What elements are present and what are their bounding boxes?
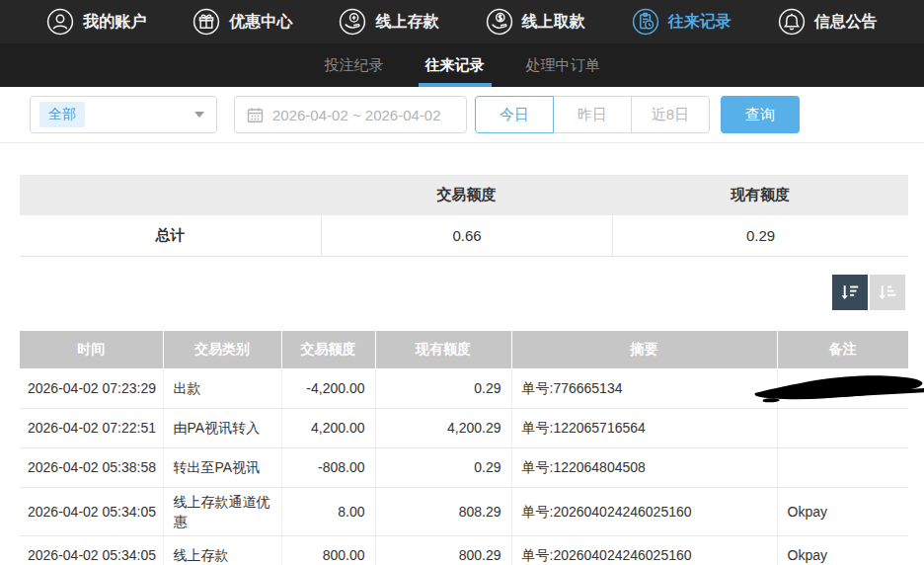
cell-time: 2026-04-02 07:23:29 <box>20 368 163 408</box>
summary-table: 交易额度 现有额度 总计 0.66 0.29 <box>20 175 908 257</box>
cell-balance: 0.29 <box>375 447 511 487</box>
cell-summary: 单号:776665134 <box>511 368 777 408</box>
cell-type: 转出至PA视讯 <box>163 447 281 487</box>
date-range-input[interactable]: 2026-04-02 ~ 2026-04-02 <box>234 96 467 133</box>
cell-amount: 4,200.00 <box>281 408 375 447</box>
calendar-icon <box>247 107 264 123</box>
cell-balance: 800.29 <box>375 536 511 565</box>
cell-summary: 单号:122064804508 <box>511 447 777 487</box>
column-header-type: 交易类别 <box>163 331 281 368</box>
column-header-amount: 交易额度 <box>281 331 375 368</box>
table-row: 2026-04-02 07:22:51由PA视讯转入4,200.004,200.… <box>20 408 908 447</box>
cell-time: 2026-04-02 05:38:58 <box>20 447 163 487</box>
nav-item-online-withdrawal[interactable]: 线上取款 <box>486 8 585 36</box>
table-row: 2026-04-02 05:34:05线上存款800.00800.29单号:20… <box>20 536 908 565</box>
type-filter-select[interactable]: 全部 <box>30 96 217 133</box>
nav-item-transaction-records[interactable]: 往来记录 <box>632 8 732 36</box>
sort-ascending-button[interactable] <box>870 275 905 310</box>
user-icon <box>46 8 74 36</box>
nav-item-online-deposit[interactable]: 线上存款 <box>339 8 438 36</box>
cell-amount: 8.00 <box>281 487 375 536</box>
cell-time: 2026-04-02 05:34:05 <box>20 536 163 565</box>
cell-remark: Okpay <box>777 487 908 536</box>
cell-amount: 800.00 <box>281 536 375 565</box>
table-header-row: 时间交易类别交易额度现有额度摘要备注 <box>20 331 908 368</box>
cell-summary: 单号:122065716564 <box>511 408 777 447</box>
summary-total-label: 总计 <box>20 215 321 256</box>
withdraw-icon <box>486 8 513 36</box>
cell-amount: -808.00 <box>281 447 375 487</box>
quick-button-yesterday[interactable]: 昨日 <box>553 96 632 133</box>
cell-time: 2026-04-02 07:22:51 <box>20 408 163 447</box>
column-header-remark: 备注 <box>777 331 908 368</box>
table-row: 2026-04-02 05:38:58转出至PA视讯-808.000.29单号:… <box>20 447 908 487</box>
nav-item-promo-center[interactable]: 优惠中心 <box>192 8 292 36</box>
table-row: 2026-04-02 05:34:05线上存款通道优惠8.00808.29单号:… <box>20 487 908 536</box>
query-button[interactable]: 查询 <box>721 96 800 133</box>
summary-header-current-balance: 现有额度 <box>612 186 908 204</box>
bell-icon <box>778 8 806 36</box>
nav-item-my-account[interactable]: 我的账户 <box>46 8 146 36</box>
nav-item-label: 线上存款 <box>375 12 438 33</box>
summary-header-row: 交易额度 现有额度 <box>20 175 908 215</box>
cell-summary: 单号:202604024246025160 <box>511 536 777 565</box>
chevron-down-icon <box>194 112 204 118</box>
sort-desc-icon <box>839 282 861 303</box>
deposit-icon <box>339 8 366 36</box>
column-header-balance: 现有额度 <box>375 331 511 368</box>
tab-transaction-records[interactable]: 往来记录 <box>424 43 487 87</box>
cell-balance: 808.29 <box>375 487 511 536</box>
cell-summary: 单号:202604024246025160 <box>511 487 777 536</box>
cell-amount: -4,200.00 <box>281 368 375 408</box>
gift-icon <box>192 8 220 36</box>
cell-type: 由PA视讯转入 <box>163 408 281 447</box>
nav-item-label: 优惠中心 <box>229 12 292 33</box>
quick-button-today[interactable]: 今日 <box>475 96 554 133</box>
records-icon <box>632 8 659 36</box>
cell-time: 2026-04-02 05:34:05 <box>20 487 163 536</box>
nav-item-label: 我的账户 <box>83 12 146 33</box>
nav-item-label: 信息公告 <box>814 12 878 33</box>
nav-item-announcements[interactable]: 信息公告 <box>778 8 878 36</box>
tab-betting-records[interactable]: 投注纪录 <box>323 43 386 87</box>
cell-balance: 0.29 <box>375 368 511 408</box>
filter-bar: 全部 2026-04-02 ~ 2026-04-02 今日昨日近8日 查询 <box>0 87 924 143</box>
cell-balance: 4,200.29 <box>375 408 511 447</box>
date-range-value: 2026-04-02 ~ 2026-04-02 <box>272 107 441 123</box>
cell-type: 出款 <box>163 368 281 408</box>
sort-descending-button[interactable] <box>832 275 868 310</box>
sort-controls <box>0 275 905 310</box>
summary-total-row: 总计 0.66 0.29 <box>20 215 908 257</box>
cell-remark: Okpay <box>777 536 908 565</box>
nav-item-label: 往来记录 <box>668 12 732 33</box>
column-header-time: 时间 <box>20 331 163 368</box>
top-nav: 我的账户优惠中心线上存款线上取款往来记录信息公告 <box>0 0 924 43</box>
summary-total-transaction-amount: 0.66 <box>321 215 612 256</box>
cell-remark <box>777 447 908 487</box>
tab-processing-orders[interactable]: 处理中订单 <box>524 43 602 87</box>
quick-button-last-8-days[interactable]: 近8日 <box>631 96 710 133</box>
transactions-table: 时间交易类别交易额度现有额度摘要备注 2026-04-02 07:23:29出款… <box>20 331 908 565</box>
transactions-table-wrap: 时间交易类别交易额度现有额度摘要备注 2026-04-02 07:23:29出款… <box>20 331 908 565</box>
column-header-summary: 摘要 <box>511 331 777 368</box>
cell-remark <box>777 368 908 408</box>
sub-nav: 投注纪录往来记录处理中订单 <box>0 43 924 87</box>
selected-filter-tag: 全部 <box>39 102 85 127</box>
cell-remark <box>777 408 908 447</box>
sort-asc-icon <box>877 282 898 303</box>
quick-date-button-group: 今日昨日近8日 <box>475 96 710 133</box>
cell-type: 线上存款通道优惠 <box>163 487 281 536</box>
cell-type: 线上存款 <box>163 536 281 565</box>
table-row: 2026-04-02 07:23:29出款-4,200.000.29单号:776… <box>20 368 908 408</box>
summary-header-transaction-amount: 交易额度 <box>321 186 612 204</box>
summary-total-current-balance: 0.29 <box>612 215 908 256</box>
nav-item-label: 线上取款 <box>522 12 585 33</box>
